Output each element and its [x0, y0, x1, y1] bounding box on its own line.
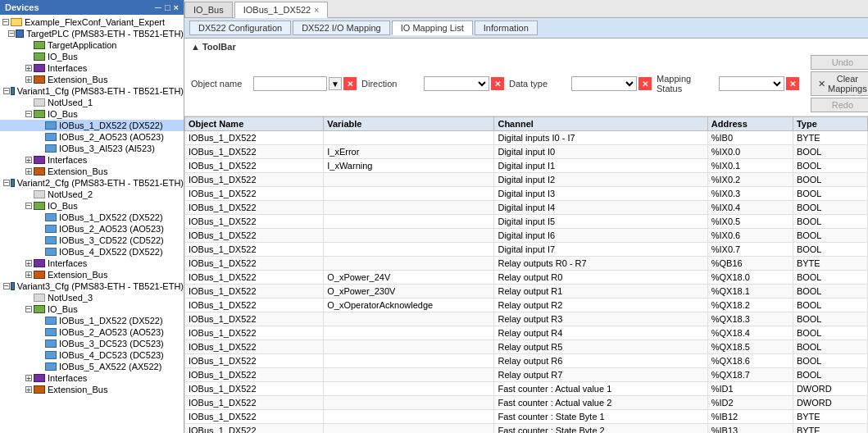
table-row[interactable]: IOBus_1_DX522Relay output R3%QX18.3BOOL: [185, 312, 868, 326]
expand-icon-variant3[interactable]: −: [3, 283, 10, 290]
tree-item-interfaces0[interactable]: +Interfaces: [0, 62, 184, 74]
tree-item-v3_iobus4[interactable]: IOBus_4_DC523 (DC523): [0, 349, 184, 361]
table-row[interactable]: IOBus_1_DX522Relay output R4%QX18.4BOOL: [185, 326, 868, 340]
tree-item-io_bus0[interactable]: IO_Bus: [0, 51, 184, 62]
expand-icon-ext_bus0[interactable]: +: [25, 76, 33, 84]
tree-item-notused1[interactable]: NotUsed_1: [0, 97, 184, 108]
expand-icon-ext_bus2[interactable]: +: [25, 271, 33, 279]
tree-item-v3_iobus3[interactable]: IOBus_3_DC523 (DC523): [0, 338, 184, 349]
expand-icon-io_bus3[interactable]: −: [25, 306, 33, 313]
table-row[interactable]: IOBus_1_DX522Relay output R5%QX18.5BOOL: [185, 340, 868, 354]
clear-datatype-button[interactable]: ✕: [639, 77, 652, 90]
tree-item-iobus1_dx522[interactable]: IOBus_1_DX522 (DX522): [0, 120, 184, 131]
clear-mappings-button[interactable]: ✕ Clear Mappings: [811, 71, 868, 96]
tree-item-variant2[interactable]: −Variant2_Cfg (PMS83-ETH - TB521-ETH): [0, 177, 184, 189]
table-row[interactable]: IOBus_1_DX522Fast counter : Actual value…: [185, 382, 868, 396]
tree-item-v3_iobus5[interactable]: IOBus_5_AX522 (AX522): [0, 361, 184, 372]
tree-item-notused2[interactable]: NotUsed_2: [0, 189, 184, 200]
object-name-input[interactable]: [253, 76, 327, 91]
tree-item-interfaces1[interactable]: +Interfaces: [0, 154, 184, 166]
table-row[interactable]: IOBus_1_DX522Digital input I3%IX0.3BOOL: [185, 187, 868, 201]
table-row[interactable]: IOBus_1_DX522Relay output R6%QX18.6BOOL: [185, 354, 868, 368]
expand-icon-ext_bus3[interactable]: +: [25, 386, 33, 394]
expand-icon-io_bus2[interactable]: −: [25, 203, 33, 210]
undo-button[interactable]: Undo: [811, 55, 868, 70]
table-cell-channel: Relay outputs R0 - R7: [494, 257, 707, 271]
content-tab-information[interactable]: Information: [475, 21, 538, 35]
content-tab-dx522_io[interactable]: DX522 I/O Mapping: [293, 21, 390, 35]
tree-item-io_bus1[interactable]: −IO_Bus: [0, 108, 184, 120]
expand-icon-interfaces2[interactable]: +: [25, 260, 33, 267]
tree-item-v3_iobus1[interactable]: IOBus_1_DX522 (DX522): [0, 315, 184, 326]
tree-item-variant1[interactable]: −Variant1_Cfg (PMS83-ETH - TB521-ETH): [0, 85, 184, 97]
clear-mapping-status-button[interactable]: ✕: [786, 77, 799, 90]
expand-icon-ext_bus1[interactable]: +: [25, 168, 33, 175]
table-cell-address: %IX0.6: [707, 229, 793, 243]
tree-item-targetplc[interactable]: −TargetPLC (PMS83-ETH - TB521-ETH): [0, 28, 184, 39]
table-row[interactable]: IOBus_1_DX522Fast counter : State Byte 1…: [185, 410, 868, 424]
tree-item-v3_iobus2[interactable]: IOBus_2_AO523 (AO523): [0, 326, 184, 338]
tab-close-iobus1_dx522_tab[interactable]: ×: [314, 6, 319, 15]
editor-tab-io_bus_tab[interactable]: IO_Bus: [184, 2, 233, 17]
content-tab-io_mapping[interactable]: IO Mapping List: [392, 21, 473, 35]
tree-item-variant3[interactable]: −Variant3_Cfg (PMS83-ETH - TB521-ETH): [0, 280, 184, 292]
tree-item-v2_iobus3[interactable]: IOBus_3_CD522 (CD522): [0, 235, 184, 246]
float-icon[interactable]: □: [165, 2, 170, 12]
table-row[interactable]: IOBus_1_DX522O_xPower_24VRelay output R0…: [185, 271, 868, 285]
pin-icon[interactable]: ─: [155, 2, 161, 12]
table-cell-variable: [324, 229, 494, 243]
tree-item-v2_iobus2[interactable]: IOBus_2_AO523 (AO523): [0, 223, 184, 235]
table-row[interactable]: IOBus_1_DX522Digital input I5%IX0.5BOOL: [185, 215, 868, 229]
table-row[interactable]: IOBus_1_DX522O_xOperatorAcknowledgeRelay…: [185, 299, 868, 312]
tree-item-iobus3_ai523[interactable]: IOBus_3_AI523 (AI523): [0, 143, 184, 154]
datatype-label: Data type: [509, 79, 566, 89]
table-row[interactable]: IOBus_1_DX522Digital inputs I0 - I7%IB0B…: [185, 131, 868, 145]
tree-item-interfaces2[interactable]: +Interfaces: [0, 258, 184, 269]
tree-item-v2_iobus1[interactable]: IOBus_1_DX522 (DX522): [0, 212, 184, 223]
mapping-status-select[interactable]: [719, 76, 784, 91]
table-row[interactable]: IOBus_1_DX522Digital input I4%IX0.4BOOL: [185, 201, 868, 215]
expand-icon-variant1[interactable]: −: [3, 88, 10, 95]
close-panel-icon[interactable]: ×: [174, 2, 179, 12]
tree-item-ext_bus1[interactable]: +Extension_Bus: [0, 166, 184, 177]
tree-item-targetapp[interactable]: TargetApplication: [0, 39, 184, 51]
expand-icon-io_bus1[interactable]: −: [25, 111, 33, 118]
tree-item-ext_bus2[interactable]: +Extension_Bus: [0, 269, 184, 280]
redo-button[interactable]: Redo: [811, 98, 868, 112]
table-row[interactable]: IOBus_1_DX522Fast counter : Actual value…: [185, 396, 868, 410]
content-tab-dx522_config[interactable]: DX522 Configuration: [189, 21, 291, 35]
table-row[interactable]: IOBus_1_DX522O_xPower_230VRelay output R…: [185, 285, 868, 299]
expand-icon-targetplc[interactable]: −: [8, 30, 15, 38]
tree-item-notused3[interactable]: NotUsed_3: [0, 292, 184, 303]
table-row[interactable]: IOBus_1_DX522Digital input I7%IX0.7BOOL: [185, 243, 868, 257]
editor-tab-iobus1_dx522_tab[interactable]: IOBus_1_DX522×: [234, 2, 328, 18]
table-row[interactable]: IOBus_1_DX522Fast counter : State Byte 2…: [185, 424, 868, 434]
table-row[interactable]: IOBus_1_DX522Relay output R7%QX18.7BOOL: [185, 368, 868, 382]
tree-item-ext_bus3[interactable]: +Extension_Bus: [0, 384, 184, 395]
table-cell-variable: [324, 424, 494, 434]
table-row[interactable]: IOBus_1_DX522Digital input I6%IX0.6BOOL: [185, 229, 868, 243]
expand-icon-example[interactable]: −: [2, 19, 10, 26]
tree-item-interfaces3[interactable]: +Interfaces: [0, 372, 184, 384]
expand-icon-interfaces0[interactable]: +: [25, 65, 33, 72]
table-cell-address: %QX18.5: [707, 340, 793, 354]
direction-select[interactable]: [424, 76, 489, 91]
tree-item-label-v3_iobus4: IOBus_4_DC523 (DC523): [59, 350, 164, 360]
tree-item-iobus2_ao523[interactable]: IOBus_2_AO523 (AO523): [0, 131, 184, 143]
expand-icon-variant2[interactable]: −: [3, 180, 10, 187]
clear-direction-button[interactable]: ✕: [491, 77, 504, 90]
expand-icon-interfaces1[interactable]: +: [25, 157, 33, 164]
expand-icon-interfaces3[interactable]: +: [25, 375, 33, 382]
clear-objname-button[interactable]: ✕: [343, 77, 357, 90]
tree-item-io_bus3[interactable]: −IO_Bus: [0, 303, 184, 315]
datatype-select[interactable]: [571, 76, 637, 91]
table-row[interactable]: IOBus_1_DX522Relay outputs R0 - R7%QB16B…: [185, 257, 868, 271]
tree-item-v2_iobus4[interactable]: IOBus_4_DX522 (DX522): [0, 246, 184, 258]
filter-icon[interactable]: ▼: [329, 77, 342, 90]
table-row[interactable]: IOBus_1_DX522I_xErrorDigital input I0%IX…: [185, 145, 868, 159]
tree-item-example[interactable]: −Example_FlexConf_Variant_Expert: [0, 16, 184, 28]
tree-item-io_bus2[interactable]: −IO_Bus: [0, 200, 184, 212]
tree-item-ext_bus0[interactable]: +Extension_Bus: [0, 74, 184, 85]
table-row[interactable]: IOBus_1_DX522I_xWarningDigital input I1%…: [185, 159, 868, 173]
table-row[interactable]: IOBus_1_DX522Digital input I2%IX0.2BOOL: [185, 173, 868, 187]
